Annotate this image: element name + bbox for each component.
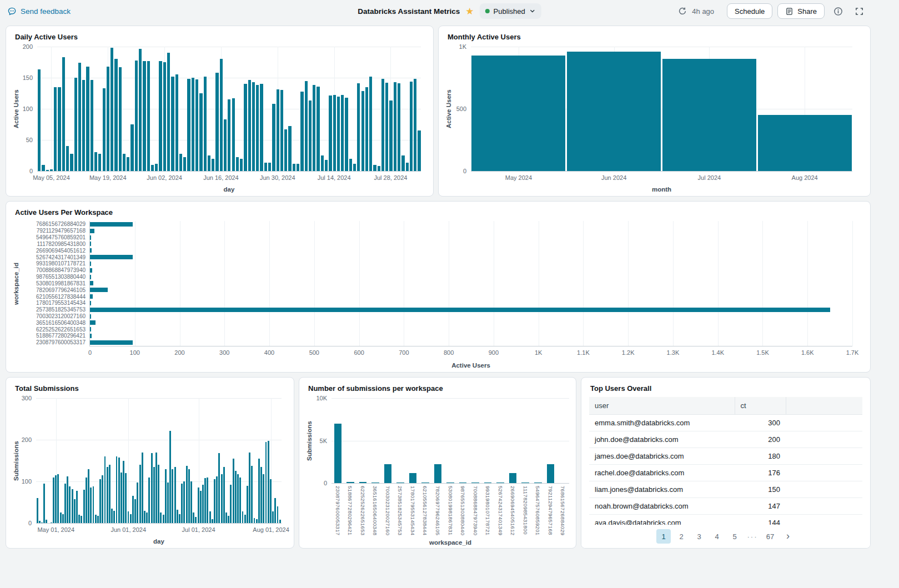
bar[interactable] bbox=[90, 294, 93, 299]
bar[interactable] bbox=[256, 519, 258, 524]
bar[interactable] bbox=[177, 510, 178, 523]
bar[interactable] bbox=[396, 483, 404, 483]
bar[interactable] bbox=[81, 516, 82, 524]
bar[interactable] bbox=[484, 483, 492, 483]
bar[interactable] bbox=[240, 159, 243, 171]
bar[interactable] bbox=[218, 453, 220, 523]
bar[interactable] bbox=[254, 518, 255, 523]
schedule-button[interactable]: Schedule bbox=[727, 3, 772, 19]
bar[interactable] bbox=[236, 157, 239, 171]
bar[interactable] bbox=[144, 511, 145, 524]
bar[interactable] bbox=[220, 59, 223, 171]
bar[interactable] bbox=[204, 478, 206, 523]
share-button[interactable]: Share bbox=[777, 3, 825, 19]
bar[interactable] bbox=[349, 159, 352, 171]
bar[interactable] bbox=[155, 453, 157, 524]
bar[interactable] bbox=[67, 476, 68, 523]
bar[interactable] bbox=[172, 469, 173, 524]
bar[interactable] bbox=[265, 442, 267, 523]
total-submissions-chart[interactable]: Submissions0100200300May 01, 2024Jun 01,… bbox=[11, 393, 289, 546]
bar[interactable] bbox=[346, 482, 354, 483]
bar[interactable] bbox=[284, 129, 287, 171]
bar[interactable] bbox=[305, 81, 308, 171]
page-button[interactable]: 5 bbox=[727, 529, 742, 544]
next-page-button[interactable]: › bbox=[781, 529, 795, 544]
bar[interactable] bbox=[50, 169, 53, 171]
bar[interactable] bbox=[235, 471, 237, 523]
active-users-per-workspace-chart[interactable]: workspace_id0100200300400500600700800900… bbox=[11, 217, 866, 370]
page-button[interactable]: 3 bbox=[692, 529, 706, 544]
bar[interactable] bbox=[228, 516, 229, 524]
bar[interactable] bbox=[90, 301, 91, 305]
bar[interactable] bbox=[151, 453, 153, 523]
bar[interactable] bbox=[147, 61, 150, 171]
bar[interactable] bbox=[128, 511, 129, 523]
bar[interactable] bbox=[264, 163, 267, 171]
bar[interactable] bbox=[90, 255, 133, 259]
bar[interactable] bbox=[471, 483, 479, 483]
bar[interactable] bbox=[247, 486, 248, 524]
bar[interactable] bbox=[103, 88, 106, 171]
bar[interactable] bbox=[78, 63, 81, 171]
bar[interactable] bbox=[167, 53, 170, 171]
bar[interactable] bbox=[187, 79, 190, 171]
bar[interactable] bbox=[188, 469, 190, 524]
bar[interactable] bbox=[127, 157, 129, 171]
bar[interactable] bbox=[434, 464, 442, 483]
bar[interactable] bbox=[414, 79, 416, 171]
bar[interactable] bbox=[151, 165, 154, 171]
bar[interactable] bbox=[107, 467, 108, 523]
bar[interactable] bbox=[406, 163, 409, 171]
bar[interactable] bbox=[90, 222, 133, 227]
bar[interactable] bbox=[224, 119, 227, 171]
bar[interactable] bbox=[207, 478, 208, 524]
bar[interactable] bbox=[214, 479, 215, 523]
bar[interactable] bbox=[167, 483, 169, 524]
bar[interactable] bbox=[120, 473, 122, 524]
bar[interactable] bbox=[43, 484, 45, 523]
bar[interactable] bbox=[181, 484, 183, 523]
bar[interactable] bbox=[72, 489, 73, 524]
plot-area[interactable]: 0100200300May 01, 2024Jun 01, 2024Jul 01… bbox=[36, 398, 282, 524]
bar[interactable] bbox=[46, 520, 47, 523]
bar[interactable] bbox=[148, 478, 150, 524]
bar[interactable] bbox=[90, 488, 92, 523]
bar[interactable] bbox=[183, 481, 185, 523]
bar[interactable] bbox=[471, 56, 565, 171]
bar[interactable] bbox=[111, 48, 113, 171]
bar[interactable] bbox=[90, 320, 96, 325]
bar[interactable] bbox=[74, 499, 76, 524]
bar[interactable] bbox=[95, 515, 97, 523]
bar[interactable] bbox=[62, 514, 64, 524]
bar[interactable] bbox=[190, 481, 192, 523]
bar[interactable] bbox=[90, 288, 108, 292]
bar[interactable] bbox=[174, 467, 176, 523]
bar[interactable] bbox=[90, 340, 133, 345]
bar[interactable] bbox=[175, 74, 178, 171]
bar[interactable] bbox=[123, 154, 125, 171]
bar[interactable] bbox=[277, 506, 279, 523]
bar[interactable] bbox=[263, 474, 264, 524]
bar[interactable] bbox=[221, 474, 223, 524]
bar[interactable] bbox=[410, 82, 413, 171]
bar[interactable] bbox=[70, 154, 73, 171]
monthly-active-users-chart[interactable]: Active Users05001KMay 2024Jun 2024Jul 20… bbox=[443, 41, 866, 194]
bar[interactable] bbox=[41, 522, 43, 523]
bar[interactable] bbox=[369, 77, 372, 171]
fullscreen-icon[interactable] bbox=[851, 3, 867, 19]
bar[interactable] bbox=[256, 85, 259, 171]
bar[interactable] bbox=[345, 98, 348, 171]
bar[interactable] bbox=[341, 95, 344, 171]
bar[interactable] bbox=[186, 466, 188, 524]
bar[interactable] bbox=[337, 97, 340, 171]
bar[interactable] bbox=[113, 511, 115, 524]
bar[interactable] bbox=[371, 483, 379, 483]
bar[interactable] bbox=[179, 154, 182, 171]
bar[interactable] bbox=[223, 467, 225, 523]
bar[interactable] bbox=[297, 164, 299, 171]
bar[interactable] bbox=[373, 165, 376, 171]
plot-area[interactable]: 01002003004005006007008009001K1.1K1.2K1.… bbox=[89, 221, 852, 346]
bar[interactable] bbox=[202, 485, 204, 523]
bar[interactable] bbox=[57, 474, 59, 524]
bar[interactable] bbox=[239, 478, 241, 524]
